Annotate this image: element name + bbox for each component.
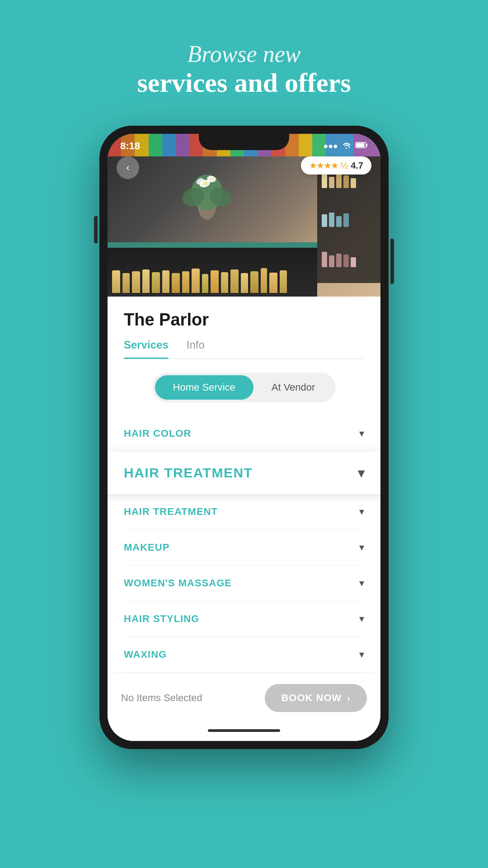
chevron-down-icon-2: ▾ xyxy=(359,506,364,518)
arrow-icon: › xyxy=(347,693,351,703)
svg-point-10 xyxy=(204,182,207,185)
service-label-hair-styling: HAIR STYLING xyxy=(124,613,199,625)
svg-rect-1 xyxy=(366,144,367,146)
svg-point-11 xyxy=(211,178,214,181)
home-indicator xyxy=(108,723,380,741)
expanded-service-section[interactable]: HAIR TREATMENT ▾ xyxy=(108,452,380,494)
counter-area xyxy=(108,242,317,297)
tab-services[interactable]: Services xyxy=(124,339,169,359)
expanded-service-label: HAIR TREATMENT xyxy=(124,465,253,481)
chevron-down-icon: ▾ xyxy=(359,428,364,439)
battery-icon xyxy=(355,142,368,151)
tabs-row: Services Info xyxy=(124,339,364,359)
service-item-hair-styling[interactable]: HAIR STYLING ▾ xyxy=(124,601,364,637)
home-bar xyxy=(208,729,280,732)
book-now-label: BOOK NOW xyxy=(281,692,342,704)
home-service-button[interactable]: Home Service xyxy=(155,375,253,400)
phone-frame: 8:18 ●●● xyxy=(99,126,389,749)
content-area: The Parlor Services Info Home Service At… xyxy=(108,297,380,452)
plant-decoration xyxy=(180,161,234,224)
chevron-down-icon-6: ▾ xyxy=(359,649,364,660)
chevron-down-icon-3: ▾ xyxy=(359,542,364,553)
service-toggle: Home Service At Vendor xyxy=(152,373,336,402)
chevron-down-icon-5: ▾ xyxy=(359,613,364,625)
service-item-makeup[interactable]: MAKEUP ▾ xyxy=(124,530,364,566)
svg-rect-2 xyxy=(357,143,365,147)
salon-hero-image: ‹ ★★★★½ 4.7 xyxy=(108,134,380,297)
phone-notch xyxy=(199,134,289,150)
wifi-icon xyxy=(342,141,352,151)
hero-line2: services and offers xyxy=(137,67,351,99)
service-categories: HAIR COLOR ▾ xyxy=(124,416,364,452)
business-name: The Parlor xyxy=(124,310,364,330)
status-icons: ●●● xyxy=(323,141,368,151)
service-item-hair-color[interactable]: HAIR COLOR ▾ xyxy=(124,416,364,452)
service-label-waxing: WAXING xyxy=(124,649,167,660)
product-shelf-right xyxy=(317,156,380,283)
signal-icon: ●●● xyxy=(323,142,338,151)
no-items-label: No Items Selected xyxy=(121,692,202,704)
at-vendor-button[interactable]: At Vendor xyxy=(253,375,333,400)
content-area-continued: HAIR TREATMENT ▾ MAKEUP ▾ WOMEN'S MASSAG… xyxy=(108,494,380,673)
expanded-chevron-icon: ▾ xyxy=(358,466,364,481)
back-button[interactable]: ‹ xyxy=(117,156,139,179)
service-label-makeup: MAKEUP xyxy=(124,542,169,553)
service-label-womens-massage: WOMEN'S MASSAGE xyxy=(124,577,232,589)
tab-info[interactable]: Info xyxy=(187,339,205,359)
book-now-button[interactable]: BOOK NOW › xyxy=(265,684,367,712)
hero-section: Browse new services and offers xyxy=(137,0,351,99)
phone-inner: 8:18 ●●● xyxy=(108,134,380,741)
side-button-right xyxy=(390,239,394,284)
status-time: 8:18 xyxy=(120,140,140,152)
hero-line1: Browse new xyxy=(137,41,351,67)
side-button-left xyxy=(94,216,98,243)
rating-value: 4.7 xyxy=(351,160,363,171)
chevron-down-icon-4: ▾ xyxy=(359,577,364,589)
stars-display: ★★★★ xyxy=(309,160,338,171)
service-item-hair-treatment[interactable]: HAIR TREATMENT ▾ xyxy=(124,494,364,530)
bottom-bar: No Items Selected BOOK NOW › xyxy=(108,673,380,723)
service-label-hair-color: HAIR COLOR xyxy=(124,428,191,439)
service-item-waxing[interactable]: WAXING ▾ xyxy=(124,637,364,673)
service-label-hair-treatment: HAIR TREATMENT xyxy=(124,506,218,518)
rating-badge: ★★★★½ 4.7 xyxy=(301,156,372,175)
service-item-womens-massage[interactable]: WOMEN'S MASSAGE ▾ xyxy=(124,566,364,601)
